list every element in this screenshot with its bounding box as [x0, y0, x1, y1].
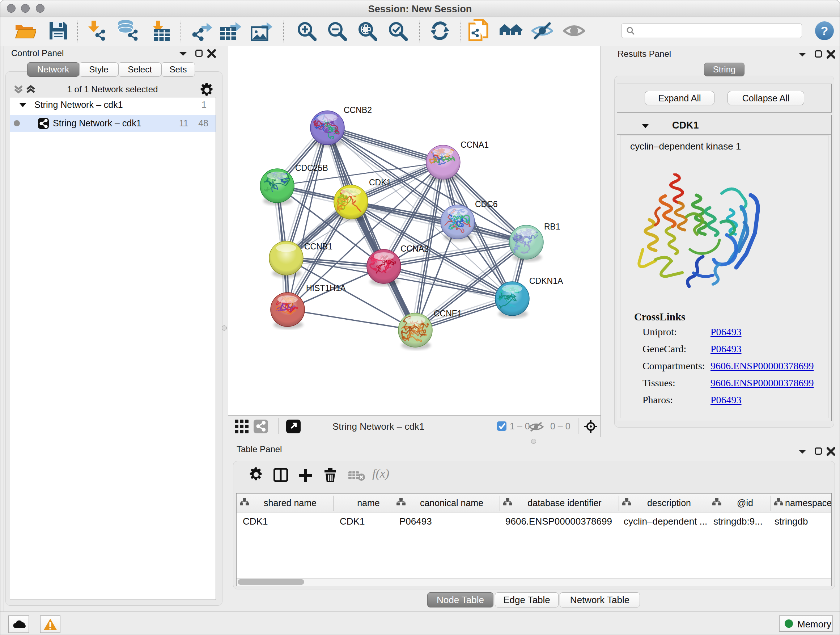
svg-text:CDKN1A: CDKN1A — [529, 276, 563, 286]
svg-text:CDC6: CDC6 — [475, 200, 498, 209]
svg-text:CCNA2: CCNA2 — [401, 244, 429, 253]
svg-text:RB1: RB1 — [544, 222, 561, 231]
svg-text:CCNB2: CCNB2 — [344, 105, 372, 115]
svg-text:CDK1: CDK1 — [369, 178, 391, 187]
svg-text:CCNB1: CCNB1 — [304, 242, 332, 251]
svg-text:CCNE1: CCNE1 — [434, 309, 462, 318]
svg-text:CCNA1: CCNA1 — [461, 140, 489, 149]
svg-text:HIST1H1A: HIST1H1A — [306, 283, 346, 293]
svg-text:CDC25B: CDC25B — [295, 163, 328, 173]
